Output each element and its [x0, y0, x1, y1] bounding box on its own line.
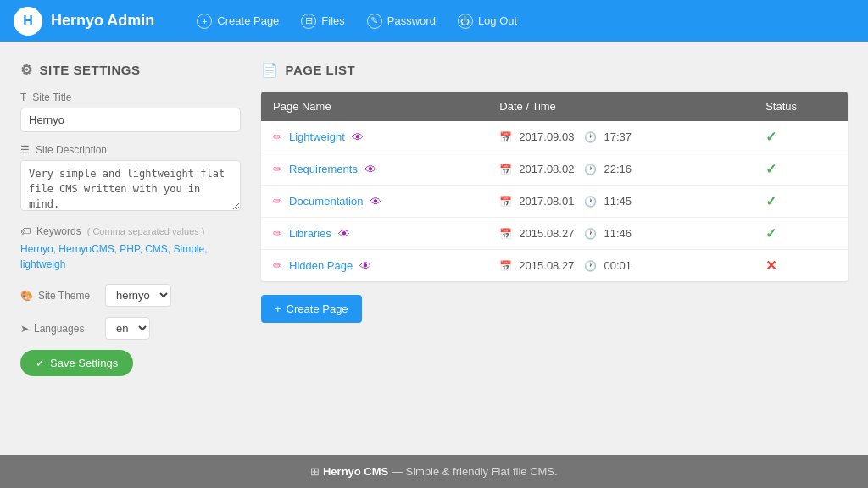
edit-icon: ✏: [273, 195, 282, 208]
page-time: 11:45: [604, 195, 632, 208]
create-page-icon: +: [197, 14, 212, 29]
status-active-icon: ✓: [765, 162, 776, 176]
keywords-label: 🏷 Keywords ( Comma separated values ): [20, 225, 241, 237]
page-time: 00:01: [604, 259, 632, 272]
logo-icon: H: [14, 7, 42, 36]
site-title-label: T Site Title: [20, 92, 241, 103]
page-date: 2015.08.27: [519, 259, 574, 272]
main-header: H Hernyo Admin + Create Page ⊞ Files ✎ P…: [0, 0, 868, 42]
description-doc-icon: ☰: [20, 144, 30, 156]
table-row: ✏ Hidden Page 👁 📅 2015.08.27 🕐 00:01 ✕: [261, 250, 848, 282]
page-list-title: 📄 PAGE LIST: [261, 62, 848, 78]
site-theme-label: 🎨 Site Theme: [20, 290, 97, 302]
site-description-textarea[interactable]: [20, 160, 241, 211]
languages-label: ➤ Languages: [20, 323, 97, 335]
site-settings-title: ⚙ SITE SETTINGS: [20, 62, 241, 78]
table-header-row: Page Name Date / Time Status: [261, 92, 848, 121]
files-icon: ⊞: [301, 14, 316, 29]
calendar-icon: 📅: [499, 131, 512, 143]
site-theme-row: 🎨 Site Theme hernyo: [20, 284, 241, 307]
page-time: 22:16: [604, 163, 632, 175]
view-icon[interactable]: 👁: [364, 163, 376, 176]
edit-icon: ✏: [273, 227, 282, 240]
status-inactive-icon: ✕: [765, 258, 776, 273]
languages-select[interactable]: en: [105, 317, 150, 340]
page-name-link[interactable]: Libraries: [289, 227, 331, 240]
settings-gear-icon: ⚙: [20, 62, 33, 78]
status-active-icon: ✓: [765, 130, 776, 144]
calendar-icon: 📅: [499, 260, 512, 272]
table-row: ✏ Documentation 👁 📅 2017.08.01 🕐 11:45 ✓: [261, 186, 848, 218]
main-content: ⚙ SITE SETTINGS T Site Title ☰ Site Desc…: [0, 42, 868, 448]
clock-icon: 🕐: [584, 196, 597, 208]
save-check-icon: ✓: [36, 357, 45, 369]
nav-password[interactable]: ✎ Password: [359, 8, 444, 34]
page-list-panel: 📄 PAGE LIST Page Name Date / Time Status…: [261, 62, 848, 428]
nav-create-page[interactable]: + Create Page: [188, 8, 287, 34]
brand-logo: H Hernyo Admin: [14, 7, 154, 36]
page-list-doc-icon: 📄: [261, 62, 279, 78]
page-date: 2017.08.02: [519, 163, 574, 175]
page-date: 2015.08.27: [519, 227, 574, 240]
page-time: 17:37: [604, 130, 632, 143]
page-name-link[interactable]: Documentation: [289, 195, 363, 208]
nav-files-label: Files: [321, 14, 344, 27]
site-title-input[interactable]: [20, 108, 241, 132]
site-description-label: ☰ Site Description: [20, 144, 241, 156]
save-settings-label: Save Settings: [50, 357, 118, 369]
calendar-icon: 📅: [499, 164, 512, 175]
title-text-icon: T: [20, 92, 26, 103]
nav-password-label: Password: [387, 14, 436, 27]
site-theme-select[interactable]: hernyo: [105, 284, 171, 307]
edit-icon: ✏: [273, 130, 282, 143]
col-date-time: Date / Time: [487, 92, 754, 121]
nav-logout[interactable]: ⏻ Log Out: [449, 8, 526, 34]
page-name-link[interactable]: Lightweight: [289, 130, 345, 143]
page-date: 2017.09.03: [519, 130, 574, 143]
table-row: ✏ Requirements 👁 📅 2017.08.02 🕐 22:16 ✓: [261, 153, 848, 186]
table-row: ✏ Lightweight 👁 📅 2017.09.03 🕐 17:37 ✓: [261, 121, 848, 153]
view-icon[interactable]: 👁: [352, 130, 364, 144]
create-page-btn-label: Create Page: [287, 302, 348, 315]
clock-icon: 🕐: [584, 260, 597, 272]
page-date: 2017.08.01: [519, 195, 574, 208]
create-page-plus-icon: +: [275, 302, 281, 315]
clock-icon: 🕐: [584, 228, 597, 240]
edit-icon: ✏: [273, 163, 282, 175]
languages-row: ➤ Languages en: [20, 317, 241, 340]
col-status: Status: [754, 92, 848, 121]
keywords-hint: ( Comma separated values ): [87, 226, 205, 236]
clock-icon: 🕐: [584, 164, 597, 175]
edit-icon: ✏: [273, 259, 282, 272]
view-icon[interactable]: 👁: [338, 227, 350, 241]
view-icon[interactable]: 👁: [359, 259, 371, 273]
keywords-tag-icon: 🏷: [20, 225, 31, 237]
logout-icon: ⏻: [458, 14, 473, 29]
page-name-link[interactable]: Hidden Page: [289, 259, 353, 272]
pages-table: Page Name Date / Time Status ✏ Lightweig…: [261, 92, 848, 281]
calendar-icon: 📅: [499, 196, 512, 208]
nav-logout-label: Log Out: [478, 14, 517, 27]
keywords-value: Hernyo, HernyoCMS, PHP, CMS, Simple, lig…: [20, 241, 241, 272]
brand-name: Hernyo Admin: [51, 12, 154, 30]
language-globe-icon: ➤: [20, 323, 29, 335]
view-icon[interactable]: 👁: [370, 195, 381, 208]
password-icon: ✎: [367, 14, 382, 29]
status-active-icon: ✓: [765, 226, 776, 241]
site-settings-panel: ⚙ SITE SETTINGS T Site Title ☰ Site Desc…: [20, 62, 241, 428]
create-page-button[interactable]: + Create Page: [261, 295, 362, 323]
calendar-icon: 📅: [499, 228, 512, 240]
theme-palette-icon: 🎨: [20, 290, 33, 302]
page-name-link[interactable]: Requirements: [289, 163, 358, 175]
col-page-name: Page Name: [261, 92, 487, 121]
nav-files[interactable]: ⊞ Files: [292, 8, 353, 34]
page-time: 11:46: [604, 227, 632, 240]
clock-icon: 🕐: [584, 131, 597, 143]
status-active-icon: ✓: [765, 194, 776, 208]
main-nav: + Create Page ⊞ Files ✎ Password ⏻ Log O…: [188, 8, 526, 34]
table-row: ✏ Libraries 👁 📅 2015.08.27 🕐 11:46 ✓: [261, 218, 848, 250]
nav-create-page-label: Create Page: [217, 14, 279, 27]
save-settings-button[interactable]: ✓ Save Settings: [20, 350, 133, 376]
